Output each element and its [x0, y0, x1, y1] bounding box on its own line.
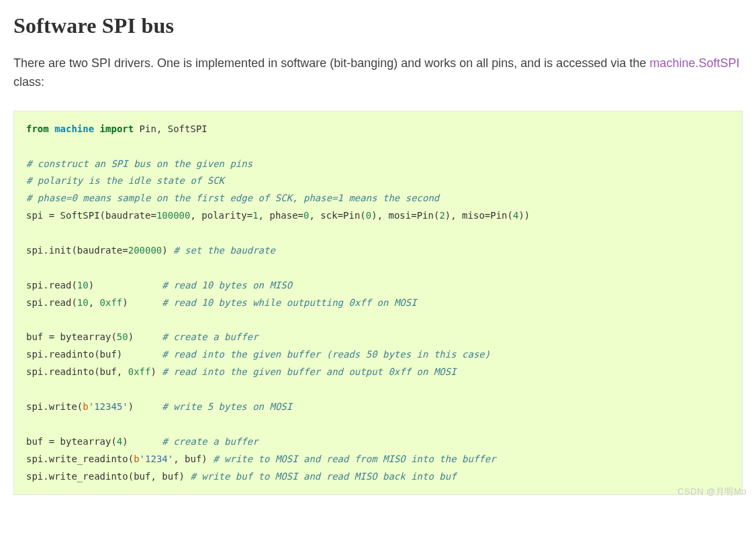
code-text: spi = SoftSPI(baudrate=	[26, 210, 156, 221]
code-comment: # write buf to MOSI and read MISO back i…	[190, 471, 456, 482]
code-number: 10	[77, 280, 89, 290]
code-number: 0	[366, 210, 371, 221]
code-comment: # set the baudrate	[173, 245, 275, 256]
code-text: ,	[89, 297, 100, 308]
intro-paragraph: There are two SPI drivers. One is implem…	[13, 54, 743, 92]
code-text: ), miso=Pin(	[445, 210, 513, 221]
code-text: spi.readinto(buf,	[26, 366, 128, 377]
code-text: )	[128, 401, 162, 412]
code-text: )	[162, 245, 173, 256]
code-number: 200000	[128, 245, 162, 256]
code-text: , sck=Pin(	[309, 210, 365, 221]
code-comment: # polarity is the idle state of SCK	[26, 175, 224, 186]
code-text: spi.readinto(buf)	[26, 349, 162, 360]
code-text: spi.read(	[26, 297, 77, 308]
code-comment: # create a buffer	[162, 331, 258, 342]
code-text: spi.init(baudrate=	[26, 245, 128, 256]
code-number: 1	[252, 210, 258, 221]
api-link-softspi[interactable]: machine.SoftSPI	[649, 56, 739, 70]
code-keyword: import	[100, 123, 134, 134]
code-string-prefix: b	[83, 401, 88, 412]
section-heading: Software SPI bus	[13, 13, 743, 38]
code-comment: # phase=0 means sample on the first edge…	[26, 193, 439, 203]
code-comment: # create a buffer	[162, 436, 258, 447]
code-comment: # write to MOSI and read from MISO into …	[213, 453, 495, 464]
code-text: ))	[518, 210, 530, 221]
code-text: spi.write_readinto(	[26, 453, 134, 464]
code-comment: # write 5 bytes on MOSI	[162, 401, 292, 412]
intro-text-pre: There are two SPI drivers. One is implem…	[13, 56, 649, 70]
code-text: )	[122, 436, 162, 447]
code-text: spi.read(	[26, 280, 77, 290]
code-comment: # read into the given buffer (reads 50 b…	[162, 349, 490, 360]
code-number: 2	[439, 210, 444, 221]
code-block: from machine import Pin, SoftSPI # const…	[13, 111, 743, 496]
code-text: , polarity=	[190, 210, 252, 221]
code-number: 50	[117, 331, 128, 342]
code-text: buf = bytearray(	[26, 331, 117, 342]
code-text: , buf)	[173, 453, 213, 464]
code-text: Pin, SoftSPI	[134, 123, 207, 134]
code-comment: # read 10 bytes while outputting 0xff on…	[162, 297, 416, 308]
code-string: '1234'	[140, 453, 174, 464]
code-module: machine	[54, 123, 94, 134]
code-number: 100000	[156, 210, 191, 221]
code-comment: # read into the given buffer and output …	[162, 366, 456, 377]
code-text: )	[150, 366, 162, 377]
code-string-prefix: b	[134, 453, 139, 464]
code-text: spi.write_readinto(buf, buf)	[26, 471, 190, 482]
code-keyword: from	[26, 123, 49, 134]
code-text: spi.write(	[26, 401, 83, 412]
code-number: 10	[77, 297, 89, 308]
code-text: buf = bytearray(	[26, 436, 117, 447]
code-text: )	[122, 297, 162, 308]
intro-text-post: class:	[13, 75, 44, 89]
code-text: , phase=	[258, 210, 303, 221]
code-text: ), mosi=Pin(	[371, 210, 439, 221]
code-text: )	[89, 280, 162, 290]
code-comment: # read 10 bytes on MISO	[162, 280, 292, 290]
code-number: 0xff	[128, 366, 151, 377]
code-string: '12345'	[89, 401, 128, 412]
code-text: )	[128, 331, 162, 342]
code-number: 0xff	[100, 297, 123, 308]
code-comment: # construct an SPI bus on the given pins	[26, 158, 252, 169]
